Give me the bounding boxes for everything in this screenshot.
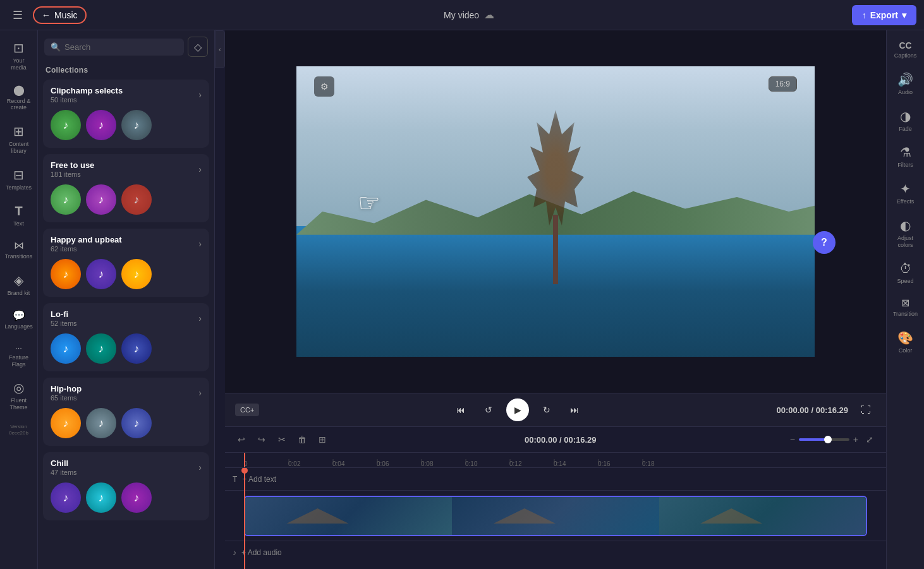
sidebar-item-text[interactable]: T Text [3,199,35,232]
sidebar-item-your-media[interactable]: ⊡ Your media [3,35,35,76]
track-item[interactable]: ♪ [121,482,152,513]
sidebar-item-brand-kit[interactable]: ◈ Brand kit [3,268,35,302]
undo-button[interactable]: ↩ [233,431,250,448]
captions-toggle-button[interactable]: CC+ [235,404,259,416]
record-icon: ⬤ [13,84,25,96]
audio-track: ♪ + Add audio [225,541,886,564]
audio-track-icon: ♪ [233,548,236,557]
track-item[interactable]: ♪ [51,408,81,438]
current-time-display: 00:00.00 / 00:16.29 [776,405,848,415]
track-item[interactable]: ♪ [51,482,81,513]
brand-kit-icon: ◈ [14,273,23,288]
sidebar-item-content-library[interactable]: ⊞ Content library [3,119,35,160]
sidebar-item-transitions[interactable]: ⋈ Transitions [3,234,35,265]
play-pause-button[interactable]: ▶ [506,398,529,421]
track-item[interactable]: ♪ [121,408,152,438]
track-item[interactable]: ♪ [51,333,81,364]
search-input-wrapper[interactable]: 🔍 [44,39,184,56]
track-item[interactable]: ♪ [86,184,116,215]
collection-happy-upbeat-header[interactable]: Happy and upbeat 62 items › [43,229,209,255]
right-tool-color[interactable]: 🎨 Color [889,325,922,359]
sidebar-item-version: Version0ece20b [3,419,35,441]
delete-button[interactable]: 🗑 [293,431,311,448]
collection-name: Free to use [51,160,94,170]
video-settings-button[interactable]: ⚙ [314,76,334,97]
track-item[interactable]: ♪ [121,110,152,140]
ruler-mark-12: 0:12 [509,460,554,467]
track-item[interactable]: ♪ [121,333,152,364]
add-text-button[interactable]: + Add text [242,475,276,484]
hamburger-menu-button[interactable]: ☰ [8,5,28,25]
add-audio-button[interactable]: + Add audio [241,548,282,557]
track-item[interactable]: ♪ [51,259,81,289]
skip-to-start-button[interactable]: ⏮ [451,400,471,420]
cloud-save-icon[interactable]: ☁ [484,9,494,21]
back-arrow-icon: ← [42,10,51,20]
aspect-ratio-button[interactable]: 16:9 [769,76,797,92]
right-tool-captions[interactable]: CC Captions [889,35,922,64]
zoom-in-button[interactable]: + [853,434,858,445]
collection-clipchamp-selects-info: Clipchamp selects 50 items [51,86,123,104]
text-track: T + Add text [225,468,886,491]
right-tool-speed[interactable]: ⏱ Speed [889,256,922,290]
playback-bar: CC+ ⏮ ↺ ▶ ↻ ⏭ 00:00.00 / 00:16.29 ⛶ [225,393,886,426]
right-tool-filters[interactable]: ⚗ Filters [889,140,922,174]
sidebar-item-feature-flags[interactable]: ··· Feature Flags [3,338,35,373]
help-button[interactable]: ? [813,231,836,254]
track-item[interactable]: ♪ [86,110,116,140]
collection-clipchamp-selects-header[interactable]: Clipchamp selects 50 items › [43,80,209,106]
ruler-label: 0:02 [288,460,300,467]
premium-diamond-button[interactable]: ◇ [188,37,208,57]
ruler-label: 0:16 [598,460,610,467]
ruler-mark-16: 0:16 [598,460,642,467]
ruler-mark-10: 0:10 [465,460,509,467]
forward-button[interactable]: ↻ [537,400,557,420]
collection-name: Hip-hop [51,384,82,393]
expand-timeline-button[interactable]: ⤢ [861,431,878,448]
zoom-slider[interactable] [799,438,849,441]
ruler-mark-4: 0:04 [332,460,377,467]
timeline-area: ↩ ↪ ✂ 🗑 ⊞ 00:00.00 / 00:16.29 − + ⤢ [225,426,886,569]
redo-button[interactable]: ↪ [253,431,271,448]
right-tool-adjust-colors[interactable]: ◐ Adjust colors [889,213,922,254]
split-button[interactable]: ⊞ [313,431,331,448]
collection-clipchamp-selects: Clipchamp selects 50 items › ♪ ♪ ♪ [43,80,209,148]
collection-hiphop-header[interactable]: Hip-hop 65 items › [43,378,209,404]
track-item[interactable]: ♪ [121,259,152,289]
track-item[interactable]: ♪ [51,184,81,215]
skip-to-end-button[interactable]: ⏭ [564,400,585,420]
sidebar-item-languages[interactable]: 💬 Languages [3,304,35,335]
right-tool-fade[interactable]: ◑ Fade [889,104,922,138]
video-canvas[interactable] [296,66,815,357]
export-button[interactable]: ↑ Export ▾ [852,5,916,25]
music-note-icon: ♪ [134,268,140,281]
music-back-button[interactable]: ← Music [33,6,87,24]
cut-button[interactable]: ✂ [273,431,291,448]
track-item[interactable]: ♪ [86,333,116,364]
sidebar-item-templates[interactable]: ⊟ Templates [3,162,35,196]
music-note-icon: ♪ [134,342,140,356]
collection-lofi-header[interactable]: Lo-fi 52 items › [43,303,209,330]
video-track-content[interactable] [244,496,867,536]
right-tool-effects[interactable]: ✦ Effects [889,176,922,210]
right-tool-transition[interactable]: ⊠ Transition [889,292,922,323]
collection-chill-header[interactable]: Chill 47 items › [43,452,209,479]
track-item[interactable]: ♪ [86,259,116,289]
sidebar-item-record[interactable]: ⬤ Record & create [3,79,35,117]
track-item-playing[interactable]: ♪ [121,184,152,215]
zoom-out-button[interactable]: − [790,434,795,445]
rewind-button[interactable]: ↺ [478,400,499,420]
sidebar-item-fluent-theme[interactable]: ◎ Fluent Theme [3,375,35,416]
ruler-label: 0:12 [509,460,521,467]
track-item[interactable]: ♪ [86,408,116,438]
fullscreen-button[interactable]: ⛶ [856,400,876,420]
search-input[interactable] [64,42,178,52]
panel-collapse-button[interactable]: ‹ [215,30,225,68]
video-title[interactable]: My video [444,10,479,20]
right-tool-audio[interactable]: 🔊 Audio [889,67,922,101]
ruler-label: 0:06 [377,460,389,467]
track-item[interactable]: ♪ [51,110,81,140]
timeline-total-time: 00:16.29 [564,435,596,445]
collection-free-to-use-header[interactable]: Free to use 181 items › [43,154,209,181]
track-item[interactable]: ♪ [86,482,116,513]
